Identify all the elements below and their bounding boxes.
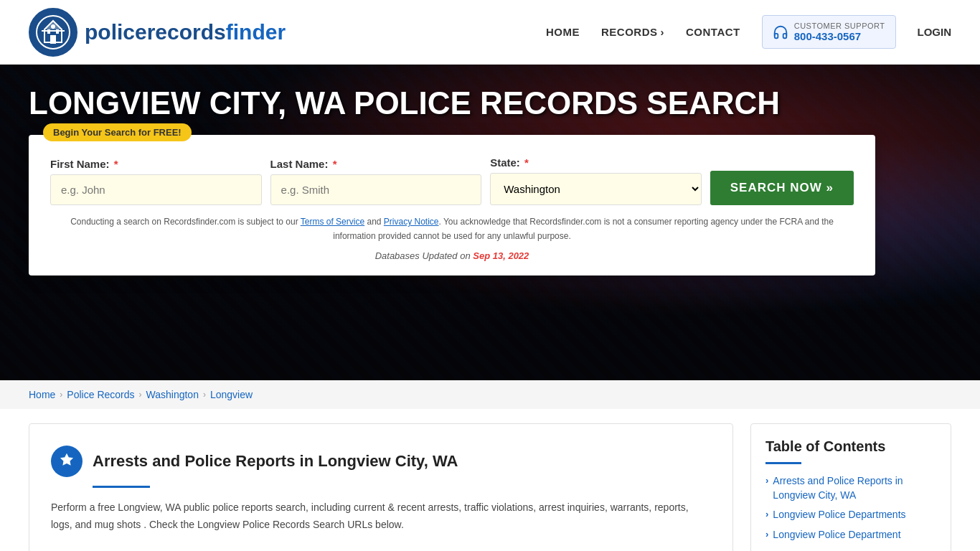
svg-rect-6: [51, 24, 55, 29]
chevron-down-icon: ›: [661, 26, 665, 38]
breadcrumb-sep-3: ›: [203, 390, 206, 400]
hero-title: LONGVIEW CITY, WA POLICE RECORDS SEARCH: [29, 86, 780, 121]
search-fields: First Name: * Last Name: * State: * Wa: [50, 156, 854, 205]
toc-item-3: › Longview Police Department: [765, 528, 936, 542]
db-updated-date: Sep 13, 2022: [473, 250, 529, 261]
db-updated-text: Databases Updated on: [375, 250, 471, 261]
toc-link-1[interactable]: Arrests and Police Reports in Longview C…: [773, 474, 936, 502]
nav-home[interactable]: HOME: [546, 26, 580, 38]
toc-chevron-3: ›: [765, 529, 768, 540]
content-right: Table of Contents › Arrests and Police R…: [750, 423, 951, 551]
toc-link-2[interactable]: Longview Police Departments: [773, 508, 905, 522]
last-name-group: Last Name: *: [270, 158, 482, 205]
toc-title: Table of Contents: [765, 438, 936, 455]
toc-item-2: › Longview Police Departments: [765, 508, 936, 522]
breadcrumb-state[interactable]: Washington: [146, 389, 199, 400]
badge-icon: [51, 446, 83, 477]
state-group: State: * Washington Alabama Alaska Arizo…: [490, 156, 702, 205]
toc-item-1: › Arrests and Police Reports in Longview…: [765, 474, 936, 502]
privacy-link[interactable]: Privacy Notice: [384, 217, 439, 227]
first-name-group: First Name: *: [50, 158, 262, 205]
search-box: Begin Your Search for FREE! First Name: …: [29, 135, 875, 275]
breadcrumb-sep-1: ›: [60, 390, 62, 400]
nav-login[interactable]: LOGIN: [918, 26, 952, 38]
last-name-input[interactable]: [270, 174, 482, 205]
breadcrumb-home[interactable]: Home: [29, 389, 55, 400]
section-title-row: Arrests and Police Reports in Longview C…: [51, 446, 711, 477]
first-name-required: *: [114, 158, 118, 170]
db-updated: Databases Updated on Sep 13, 2022: [50, 250, 854, 261]
search-disclaimer: Conducting a search on Recordsfinder.com…: [50, 215, 854, 242]
state-select[interactable]: Washington Alabama Alaska Arizona Califo…: [490, 173, 702, 205]
section-underline: [93, 486, 150, 488]
toc-underline: [765, 462, 801, 464]
logo-text: policerecordsfinder: [85, 20, 286, 44]
last-name-label: Last Name: *: [270, 158, 482, 170]
main-nav: HOME RECORDS › CONTACT CUSTOMER SUPPORT …: [546, 15, 951, 49]
breadcrumb-police-records[interactable]: Police Records: [67, 389, 134, 400]
hero-section: LONGVIEW CITY, WA POLICE RECORDS SEARCH …: [0, 65, 980, 380]
content-left: Arrests and Police Reports in Longview C…: [29, 423, 733, 551]
state-label: State: *: [490, 156, 702, 169]
main-content: Arrests and Police Reports in Longview C…: [0, 409, 980, 551]
toc-chevron-1: ›: [765, 475, 768, 486]
search-button[interactable]: SEARCH NOW »: [710, 171, 854, 205]
nav-contact[interactable]: CONTACT: [686, 26, 740, 38]
headphone-icon: [773, 24, 788, 40]
breadcrumb-city: Longview: [210, 389, 253, 400]
toc-link-3[interactable]: Longview Police Department: [773, 528, 900, 542]
first-name-input[interactable]: [50, 174, 262, 205]
last-name-required: *: [333, 158, 337, 170]
toc-chevron-2: ›: [765, 509, 768, 519]
free-badge: Begin Your Search for FREE!: [43, 123, 192, 141]
state-required: *: [524, 156, 529, 169]
shield-star-icon: [59, 453, 75, 469]
tos-link[interactable]: Terms of Service: [301, 217, 364, 227]
breadcrumb: Home › Police Records › Washington › Lon…: [0, 380, 980, 409]
logo-icon: [29, 8, 77, 57]
section-body: Perform a free Longview, WA public polic…: [51, 499, 711, 534]
support-text: CUSTOMER SUPPORT 800-433-0567: [794, 22, 885, 42]
breadcrumb-sep-2: ›: [139, 390, 142, 400]
site-header: policerecordsfinder HOME RECORDS › CONTA…: [0, 0, 980, 65]
first-name-label: First Name: *: [50, 158, 262, 170]
nav-records[interactable]: RECORDS ›: [601, 26, 664, 38]
section-heading: Arrests and Police Reports in Longview C…: [93, 452, 458, 471]
logo-area: policerecordsfinder: [29, 8, 286, 57]
customer-support-box: CUSTOMER SUPPORT 800-433-0567: [762, 15, 896, 49]
